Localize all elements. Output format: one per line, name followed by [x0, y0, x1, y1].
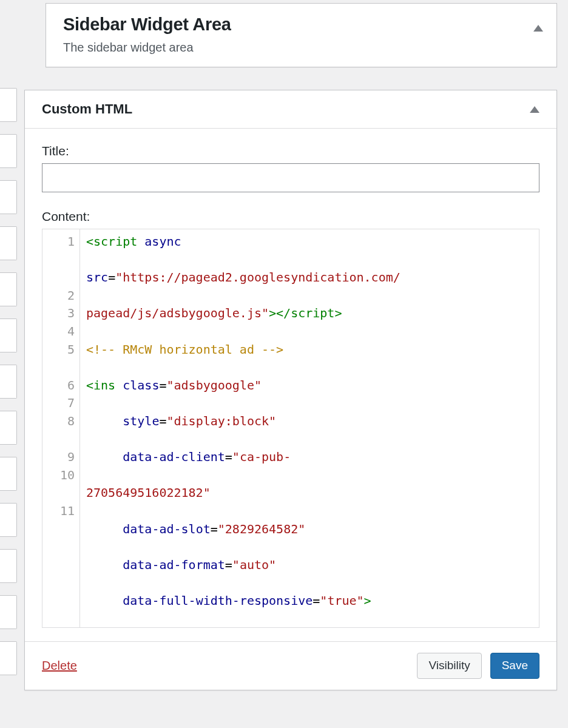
sidebar-placeholder[interactable] [0, 180, 17, 214]
sidebar-placeholder[interactable] [0, 365, 17, 399]
code-area[interactable]: <script async src="https://pagead2.googl… [80, 229, 539, 627]
code-line[interactable]: data-ad-format="auto" [86, 556, 533, 575]
title-label: Title: [42, 144, 539, 158]
code-line[interactable]: src="https://pagead2.googlesyndication.c… [86, 269, 533, 287]
sidebar-placeholder[interactable] [0, 641, 17, 675]
widget-area-title: Sidebar Widget Area [63, 15, 539, 35]
sidebar-placeholder[interactable] [0, 595, 17, 629]
delete-link[interactable]: Delete [42, 659, 77, 673]
code-line[interactable]: <script async [86, 233, 533, 251]
code-line[interactable]: <!-- RMcW horizontal ad --> [86, 341, 533, 359]
code-line[interactable]: 2705649516022182" [86, 484, 533, 502]
code-editor[interactable]: 1..2345.678.910.11 <script async src="ht… [42, 229, 539, 628]
code-line[interactable]: data-ad-client="ca-pub- [86, 448, 533, 467]
code-line[interactable]: <ins class="adsbygoogle" [86, 377, 533, 395]
title-input[interactable] [42, 163, 539, 192]
code-line[interactable]: data-ad-slot="2829264582" [86, 521, 533, 539]
sidebar-placeholder[interactable] [0, 549, 17, 583]
collapse-up-icon[interactable] [530, 106, 539, 113]
widget-body: Title: Content: 1..2345.678.910.11 <scri… [25, 129, 556, 641]
sidebar-placeholder[interactable] [0, 457, 17, 491]
widget-area-panel: Sidebar Widget Area The sidebar widget a… [46, 3, 557, 67]
sidebar-placeholder[interactable] [0, 318, 17, 352]
sidebar-placeholder[interactable] [0, 411, 17, 445]
sidebar-placeholder[interactable] [0, 134, 17, 168]
widget-titlebar[interactable]: Custom HTML [25, 90, 556, 129]
sidebar-placeholder[interactable] [0, 503, 17, 537]
widget-actions: Delete Visibility Save [25, 641, 556, 690]
title-field-group: Title: [42, 144, 539, 192]
widget-name: Custom HTML [42, 101, 132, 117]
sidebar-placeholder[interactable] [0, 226, 17, 260]
sidebar-placeholder[interactable] [0, 272, 17, 306]
code-line[interactable]: pagead/js/adsbygoogle.js"></script> [86, 305, 533, 323]
collapsed-sidebar-items [0, 0, 17, 687]
code-line[interactable]: style="display:block" [86, 413, 533, 431]
code-line[interactable]: data-full-width-responsive="true"> [86, 592, 533, 610]
widget-area-description: The sidebar widget area [63, 41, 539, 55]
code-gutter: 1..2345.678.910.11 [42, 229, 80, 627]
widget-custom-html: Custom HTML Title: Content: 1..2345.678.… [24, 90, 557, 690]
visibility-button[interactable]: Visibility [417, 653, 481, 679]
widget-area-header[interactable]: Sidebar Widget Area The sidebar widget a… [46, 4, 556, 67]
content-label: Content: [42, 209, 539, 224]
sidebar-placeholder[interactable] [0, 88, 17, 122]
content-field-group: Content: 1..2345.678.910.11 <script asyn… [42, 209, 539, 628]
collapse-up-icon[interactable] [533, 25, 543, 32]
save-button[interactable]: Save [490, 653, 539, 679]
